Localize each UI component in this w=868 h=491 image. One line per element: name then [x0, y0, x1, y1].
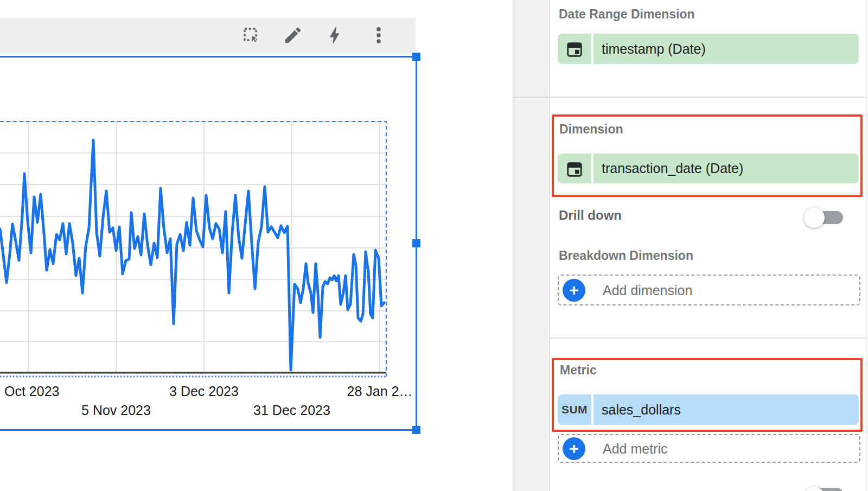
- add-metric-button[interactable]: + Add metric: [558, 434, 860, 463]
- add-metric-label: Add metric: [603, 441, 667, 456]
- metric-chip[interactable]: sales_dollars: [593, 394, 859, 425]
- breakdown-dimension-label: Breakdown Dimension: [559, 248, 693, 263]
- x-axis-label: 3 Dec 2023: [169, 384, 239, 399]
- plus-icon: +: [563, 279, 585, 302]
- metric-aggregation-badge[interactable]: SUM: [558, 394, 591, 425]
- date-field-calendar-icon: [558, 154, 591, 183]
- add-dimension-button[interactable]: + Add dimension: [558, 275, 860, 305]
- x-axis-label: 5 Nov 2023: [81, 403, 151, 418]
- section-divider: [550, 337, 866, 339]
- drill-down-toggle-thumb[interactable]: [804, 207, 825, 228]
- date-range-dimension-label: Date Range Dimension: [559, 7, 695, 22]
- looker-studio-editor: { "toolbar": { "icons": ["marquee-select…: [0, 0, 868, 491]
- panel-gutter: [513, 0, 550, 491]
- panel-right-border: [866, 0, 866, 491]
- x-axis-label: Oct 2023: [4, 384, 59, 399]
- x-axis-label: 28 Jan 2…: [347, 384, 413, 399]
- dimension-chip[interactable]: transaction_date (Date): [593, 154, 859, 183]
- dimension-label: Dimension: [559, 122, 623, 137]
- section-divider: [513, 97, 866, 98]
- x-axis-label: 31 Dec 2023: [253, 403, 330, 418]
- drill-down-label: Drill down: [559, 208, 622, 223]
- date-field-calendar-icon: [558, 34, 591, 64]
- plus-icon: +: [563, 437, 585, 460]
- metric-label: Metric: [560, 363, 597, 378]
- time-series-chart[interactable]: [0, 0, 423, 491]
- date-range-dimension-chip[interactable]: timestamp (Date): [593, 34, 859, 64]
- add-dimension-label: Add dimension: [603, 282, 692, 298]
